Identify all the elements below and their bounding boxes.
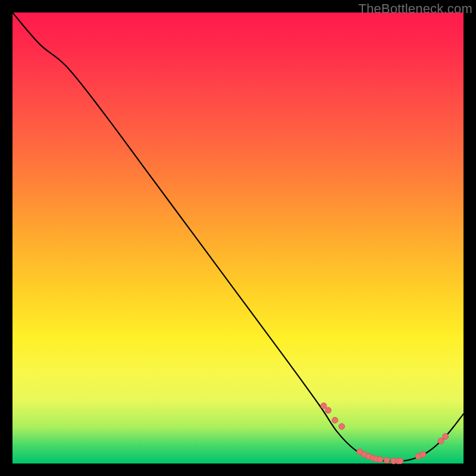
bottleneck-curve: [12, 12, 464, 461]
highlight-point: [420, 452, 426, 458]
highlight-point: [384, 458, 390, 464]
highlight-point: [321, 403, 327, 409]
chart-frame: TheBottleneck.com: [0, 0, 476, 476]
highlight-point: [325, 408, 331, 414]
highlight-points: [321, 403, 449, 464]
highlight-point: [443, 434, 449, 440]
curve-layer: [12, 12, 464, 464]
highlight-point: [332, 417, 338, 423]
highlight-point: [377, 456, 383, 462]
highlight-point: [339, 424, 345, 430]
highlight-point: [397, 458, 403, 464]
highlight-point: [438, 438, 444, 444]
